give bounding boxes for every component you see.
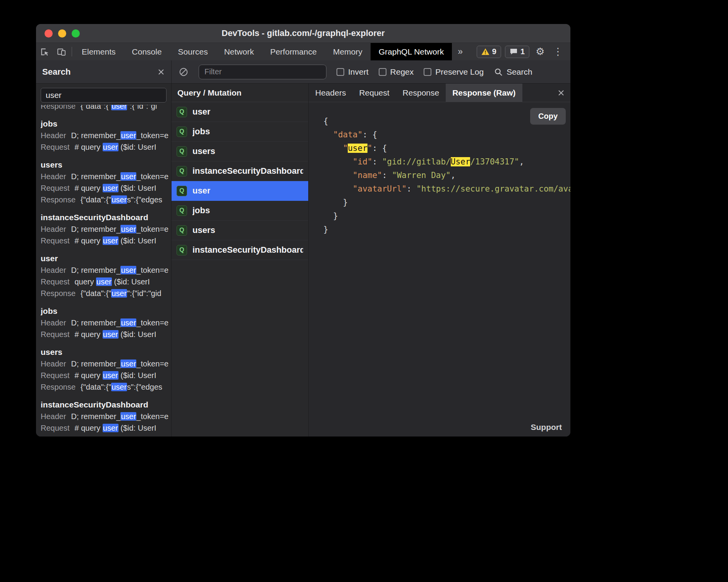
- query-type-badge: Q: [177, 225, 187, 236]
- search-result-line[interactable]: Response{"data":{"user":{"id":"gid: [41, 288, 171, 299]
- minimize-window-button[interactable]: [58, 29, 66, 38]
- json-token: }: [333, 211, 338, 221]
- search-result-line[interactable]: HeaderD; remember_user_token=e: [41, 223, 171, 235]
- warnings-badge[interactable]: 9: [477, 46, 501, 58]
- search-result-group: jobsHeaderD; remember_user_token=eReques…: [41, 118, 171, 153]
- zoom-window-button[interactable]: [72, 29, 80, 38]
- close-search-panel-icon[interactable]: [157, 68, 165, 76]
- result-line-label: Header: [41, 359, 66, 368]
- detail-tab-response[interactable]: Response: [396, 84, 446, 102]
- json-token: "gid://gitlab/: [382, 157, 451, 166]
- search-result-line[interactable]: Response{"data":{"users":{"edges: [41, 381, 171, 393]
- json-line: }: [323, 196, 570, 209]
- search-result-line[interactable]: Request# query user ($id: UserI: [41, 182, 171, 194]
- more-tabs-chevron-icon[interactable]: »: [452, 43, 469, 60]
- detail-tab-list: HeadersRequestResponseResponse (Raw): [309, 84, 522, 102]
- filter-input[interactable]: [199, 65, 326, 79]
- query-item-user[interactable]: Quser: [172, 102, 308, 122]
- query-item-users[interactable]: Qusers: [172, 221, 308, 240]
- result-group-title[interactable]: users: [41, 159, 171, 171]
- search-result-line[interactable]: Request# query user ($id: UserI: [41, 329, 171, 340]
- result-line-value: D; remember_user_token=e: [71, 131, 169, 140]
- search-result-line[interactable]: Request# query user ($id: UserI: [41, 370, 171, 381]
- search-result-line[interactable]: Request# query user ($id: UserI: [41, 422, 171, 434]
- checkbox-label: Invert: [348, 67, 369, 77]
- result-group-title[interactable]: users: [41, 346, 171, 358]
- search-match-highlight: user: [120, 225, 136, 233]
- search-result-line[interactable]: Response{"data":{"users":{"edges: [41, 194, 171, 205]
- json-token: }: [343, 198, 348, 207]
- search-panel-header: Search: [36, 60, 172, 83]
- query-item-jobs[interactable]: Qjobs: [172, 201, 308, 221]
- result-group-title[interactable]: jobs: [41, 118, 171, 130]
- search-result-line[interactable]: Request# query user ($id: UserI: [41, 235, 171, 246]
- detail-tab-response-raw[interactable]: Response (Raw): [446, 84, 522, 102]
- result-group-title[interactable]: user: [41, 253, 171, 264]
- copy-button[interactable]: Copy: [530, 108, 566, 125]
- tab-elements[interactable]: Elements: [74, 43, 124, 60]
- tab-network[interactable]: Network: [216, 43, 262, 60]
- query-item-jobs[interactable]: Qjobs: [172, 122, 308, 142]
- query-item-label: user: [192, 186, 210, 196]
- traffic-lights: [45, 24, 80, 43]
- search-result-line[interactable]: Requestquery user ($id: UserI: [41, 276, 171, 288]
- search-input[interactable]: [41, 88, 167, 103]
- detail-tab-headers[interactable]: Headers: [309, 84, 352, 102]
- support-link[interactable]: Support: [531, 423, 562, 432]
- tab-sources[interactable]: Sources: [170, 43, 216, 60]
- result-line-value: # query user ($id: UserI: [75, 184, 156, 192]
- checkbox-preserve-log[interactable]: Preserve Log: [424, 67, 484, 77]
- close-detail-icon[interactable]: [552, 84, 570, 102]
- result-line-label: Request: [41, 236, 70, 245]
- query-item-instancesecuritydashboard[interactable]: QinstanceSecurityDashboard: [172, 240, 308, 260]
- tab-graphql-network[interactable]: GraphQL Network: [371, 43, 452, 60]
- checkbox-regex[interactable]: Regex: [379, 67, 414, 77]
- query-mutation-panel: Query / Mutation QuserQjobsQusersQinstan…: [172, 84, 309, 436]
- search-result-line[interactable]: HeaderD; remember_user_token=e: [41, 264, 171, 276]
- result-group-title[interactable]: instanceSecurityDashboard: [41, 399, 171, 411]
- result-line-label: Request: [41, 330, 70, 339]
- json-token: :: [362, 130, 372, 139]
- json-token: ,: [451, 171, 456, 180]
- query-item-user[interactable]: Quser: [172, 181, 308, 201]
- more-options-icon[interactable]: ⋮: [551, 46, 565, 58]
- search-result-line[interactable]: HeaderD; remember_user_token=e: [41, 358, 171, 370]
- search-result-line[interactable]: HeaderD; remember_user_token=e: [41, 130, 171, 141]
- checkbox-box-regex[interactable]: [379, 68, 386, 76]
- title-bar: DevTools - gitlab.com/-/graphql-explorer: [36, 24, 570, 43]
- checkbox-box-preserve-log[interactable]: [424, 68, 431, 76]
- search-result-group: userHeaderD; remember_user_token=eReques…: [41, 253, 171, 299]
- query-type-badge: Q: [177, 166, 187, 176]
- clear-requests-icon[interactable]: [179, 67, 189, 77]
- toolbar-divider: [72, 47, 72, 56]
- checkbox-box-invert[interactable]: [337, 68, 344, 76]
- detail-tab-request[interactable]: Request: [352, 84, 396, 102]
- result-group-title[interactable]: jobs: [41, 305, 171, 317]
- issues-badge[interactable]: 1: [505, 46, 529, 58]
- search-result-line[interactable]: Response{"data":{"user":{"id":"gi: [41, 105, 171, 112]
- close-window-button[interactable]: [45, 29, 53, 38]
- result-line-value: # query user ($id: UserI: [75, 143, 156, 151]
- search-result-line[interactable]: HeaderD; remember_user_token=e: [41, 171, 171, 182]
- tab-memory[interactable]: Memory: [325, 43, 371, 60]
- search-result-line[interactable]: Request# query user ($id: UserI: [41, 141, 171, 153]
- inspect-element-icon[interactable]: [36, 43, 53, 60]
- query-item-label: user: [192, 107, 210, 117]
- window-title: DevTools - gitlab.com/-/graphql-explorer: [221, 28, 385, 38]
- result-group-title[interactable]: instanceSecurityDashboard: [41, 212, 171, 223]
- search-result-line[interactable]: HeaderD; remember_user_token=e: [41, 317, 171, 329]
- toolbar-search-button[interactable]: Search: [494, 67, 532, 77]
- text-segment: query: [75, 277, 96, 286]
- query-item-users[interactable]: Qusers: [172, 142, 308, 161]
- search-result-line[interactable]: HeaderD; remember_user_token=e: [41, 411, 171, 422]
- toggle-device-toolbar-icon[interactable]: [53, 43, 70, 60]
- text-segment: s":{"edges: [127, 383, 162, 391]
- tab-performance[interactable]: Performance: [262, 43, 325, 60]
- settings-gear-icon[interactable]: ⚙: [533, 46, 547, 58]
- query-item-instancesecuritydashboard[interactable]: QinstanceSecurityDashboard: [172, 161, 308, 181]
- checkbox-invert[interactable]: Invert: [337, 67, 369, 77]
- tab-console[interactable]: Console: [124, 43, 170, 60]
- result-line-value: # query user ($id: UserI: [75, 236, 156, 245]
- result-line-value: # query user ($id: UserI: [75, 371, 156, 380]
- text-segment: D; remember_: [71, 318, 121, 327]
